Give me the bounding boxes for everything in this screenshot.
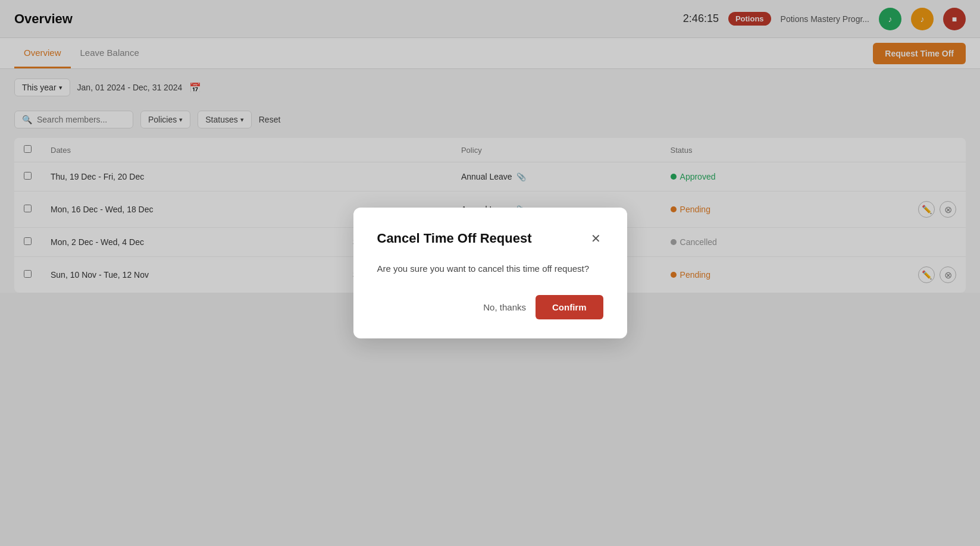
modal-close-button[interactable]: ✕: [588, 229, 603, 248]
modal-body: Are you sure you want to cancel this tim…: [377, 262, 603, 276]
cancel-time-off-modal: Cancel Time Off Request ✕ Are you sure y…: [353, 208, 627, 338]
modal-actions: No, thanks Confirm: [377, 295, 603, 319]
confirm-button[interactable]: Confirm: [536, 295, 603, 319]
modal-title: Cancel Time Off Request: [377, 231, 532, 246]
no-thanks-button[interactable]: No, thanks: [483, 302, 526, 312]
modal-overlay[interactable]: Cancel Time Off Request ✕ Are you sure y…: [0, 0, 980, 546]
modal-header: Cancel Time Off Request ✕: [377, 229, 603, 248]
